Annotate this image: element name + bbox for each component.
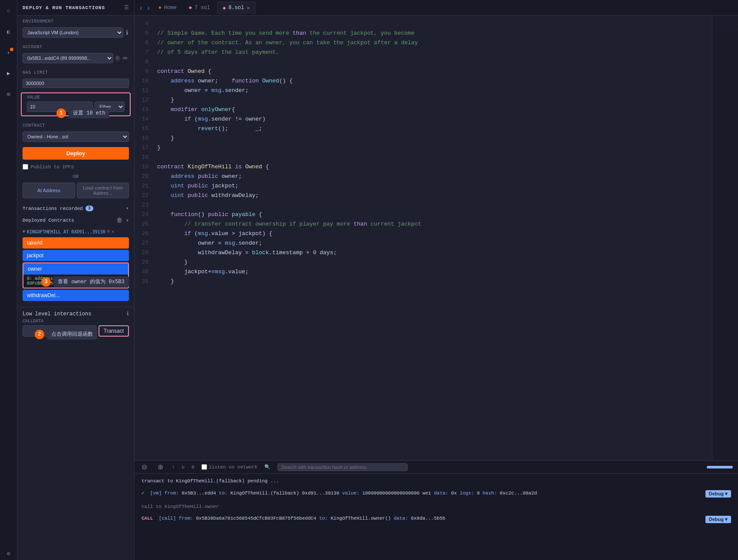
env-select-wrap: JavaScript VM (London) ℹ: [17, 26, 134, 41]
tab-nav-right[interactable]: ›: [145, 4, 151, 12]
code-line-19: contract KingOfTheHill is Owned {: [157, 162, 707, 172]
load-contract-button[interactable]: Load contract from Addres...: [77, 183, 129, 198]
account-row: 0x5B3...eddC4 (89.9999998... ⎘ ✏: [17, 51, 134, 67]
code-line-30: jackpot+=msg.value;: [157, 267, 707, 277]
code-content[interactable]: // Simple Game. Each time you send more …: [152, 16, 712, 460]
code-line-23: [157, 200, 707, 210]
env-label: ENVIRONMENT: [17, 16, 134, 26]
contract-instance-name: KINGOFTHEHILL AT 0XD91...39138: [27, 229, 105, 234]
code-line-12: }: [157, 95, 707, 105]
code-line-8: [157, 57, 707, 67]
value-label: VALUE: [27, 95, 125, 100]
jackpot-button[interactable]: jackpot: [23, 250, 129, 261]
tab-7sol[interactable]: ◆ 7 sol: [184, 2, 215, 13]
transactions-chevron: ▾: [126, 205, 129, 212]
deployed-contracts-row[interactable]: Deployed Contracts 🗑 ▾: [17, 213, 134, 226]
line-numbers: 4 5 6 7 8 9 10 11 12 13 14 15 16 17 18 1…: [135, 16, 152, 460]
env-info-icon[interactable]: ℹ: [125, 28, 129, 37]
account-copy-icon[interactable]: ⎘: [115, 54, 120, 62]
annotation-circle-1: 1: [56, 108, 66, 118]
code-line-4: [157, 19, 707, 29]
tab-home[interactable]: ● Home: [153, 2, 182, 13]
terminal-success-row: ✓ [vm] from: 0x5B3...edd4 to: KingOfTheH…: [142, 490, 731, 498]
annotation-circle-2: 2: [35, 330, 44, 339]
terminal-success-icon: ✓: [142, 491, 145, 496]
panel-menu-icon[interactable]: ☰: [124, 4, 129, 11]
withdrawdelay-button[interactable]: withdrawDel...: [23, 290, 129, 301]
owner-button[interactable]: owner: [23, 263, 128, 275]
code-line-29: }: [157, 258, 707, 267]
file-icon[interactable]: ◧: [2, 25, 15, 38]
contract-select[interactable]: Owned - Hone...sol: [23, 131, 129, 142]
tab-8sol[interactable]: ◆ 8.sol ✕: [217, 2, 255, 14]
terminal-success-line: [vm] from: 0x5B3...edd4 to: KingOfTheHil…: [147, 491, 537, 496]
debug-button-2[interactable]: Debug ▾: [705, 516, 731, 523]
annotation-bubble-3: 查看 owner 的值为 0x5B3: [53, 276, 129, 287]
deployed-contracts-label: Deployed Contracts: [23, 218, 74, 223]
search-input[interactable]: [277, 463, 408, 471]
code-line-28: withdrawDelay = block.timestamp + 0 days…: [157, 248, 707, 258]
transactions-row[interactable]: Transactions recorded 3 ▾: [17, 202, 134, 213]
tab-7sol-icon: ◆: [189, 4, 192, 11]
search-icon: 🔍: [264, 464, 270, 470]
home-icon[interactable]: ⌂: [2, 4, 15, 17]
tab-nav-left[interactable]: ‹: [138, 4, 144, 12]
scroll-thumb: [707, 466, 733, 468]
debug-button-1[interactable]: Debug ▾: [705, 490, 731, 498]
compile-icon[interactable]: ✦: [2, 46, 15, 59]
plugin-icon[interactable]: ⊞: [2, 88, 15, 101]
account-edit-icon[interactable]: ✏: [122, 54, 129, 62]
listen-label: listen on network: [209, 465, 257, 470]
listen-checkbox[interactable]: [201, 464, 207, 470]
transactions-label: Transactions recorded: [23, 206, 83, 211]
code-line-11: owner = msg.sender;: [157, 86, 707, 95]
annotation-2: 2 点击调用回退函数: [35, 329, 97, 340]
status-zero: 0: [191, 465, 194, 470]
code-line-10: address owner; function Owned() {: [157, 76, 707, 86]
transactions-badge: 3: [86, 206, 93, 211]
zoom-in-icon[interactable]: ⊕: [156, 463, 165, 471]
instance-close-icon[interactable]: ✕: [112, 229, 114, 234]
tab-8sol-close[interactable]: ✕: [247, 5, 250, 11]
deployed-chevron: ▾: [126, 217, 129, 224]
or-divider: OR: [17, 172, 134, 181]
terminal-success-content: ✓ [vm] from: 0x5B3...edd4 to: KingOfTheH…: [142, 490, 702, 496]
panel-title: DEPLOY & RUN TRANSACTIONS: [23, 5, 105, 10]
low-level-info-icon[interactable]: ℹ: [127, 311, 129, 317]
at-address-button[interactable]: At Address: [23, 183, 75, 198]
terminal-call-content: CALL [call] from: 0x5B38Da6a701c568545dC…: [142, 516, 702, 521]
code-editor: 4 5 6 7 8 9 10 11 12 13 14 15 16 17 18 1…: [135, 16, 738, 460]
terminal-call-detail: [call] from: 0x5B38Da6a701c568545dCfcB03…: [156, 516, 445, 521]
account-select[interactable]: 0x5B3...eddC4 (89.9999998...: [23, 53, 113, 63]
home-tab-dot: ●: [158, 5, 161, 11]
account-label: ACCOUNT: [17, 41, 134, 51]
code-line-21: uint public jackpot;: [157, 181, 707, 191]
publish-ipfs-label: Publish to IPFS: [31, 164, 74, 170]
deploy-button[interactable]: Deploy: [23, 147, 129, 160]
tab-8sol-icon: ◆: [223, 5, 226, 11]
transact-button[interactable]: Transact: [99, 325, 129, 337]
gas-label: GAS LIMIT: [17, 67, 134, 77]
env-select[interactable]: JavaScript VM (London): [23, 27, 123, 38]
takall-button[interactable]: takeAll: [23, 237, 129, 249]
deployed-trash-icon[interactable]: 🗑: [116, 217, 122, 224]
deploy-icon[interactable]: ▶: [2, 67, 15, 80]
publish-ipfs-checkbox[interactable]: [23, 164, 28, 170]
code-line-20: address public owner;: [157, 172, 707, 181]
gas-input[interactable]: [23, 79, 129, 88]
status-refresh-icon: ↻: [182, 464, 185, 470]
low-level-header: Low level interactions ℹ: [23, 311, 129, 317]
code-line-13: modifier onlyOwner{: [157, 105, 707, 115]
code-line-24: function() public payable {: [157, 210, 707, 219]
zoom-out-icon[interactable]: ⊖: [140, 463, 149, 471]
addr-row: At Address Load contract from Addres...: [17, 181, 134, 202]
expand-icon[interactable]: ▼: [23, 229, 25, 234]
settings-icon[interactable]: ⚙: [2, 547, 15, 560]
panel-header: DEPLOY & RUN TRANSACTIONS ☰: [17, 0, 134, 16]
contract-label: CONTRACT: [17, 120, 134, 130]
instance-copy-icon[interactable]: ⎘: [107, 229, 110, 234]
terminal[interactable]: transact to KingOfTheHill.(fallback) pen…: [135, 473, 738, 560]
annotation-circle-3: 3: [41, 277, 51, 287]
contract-section: Owned - Hone...sol: [17, 130, 134, 145]
status-bar: ⊖ ⊕ ↕ ↻ 0 listen on network 🔍: [135, 460, 738, 473]
